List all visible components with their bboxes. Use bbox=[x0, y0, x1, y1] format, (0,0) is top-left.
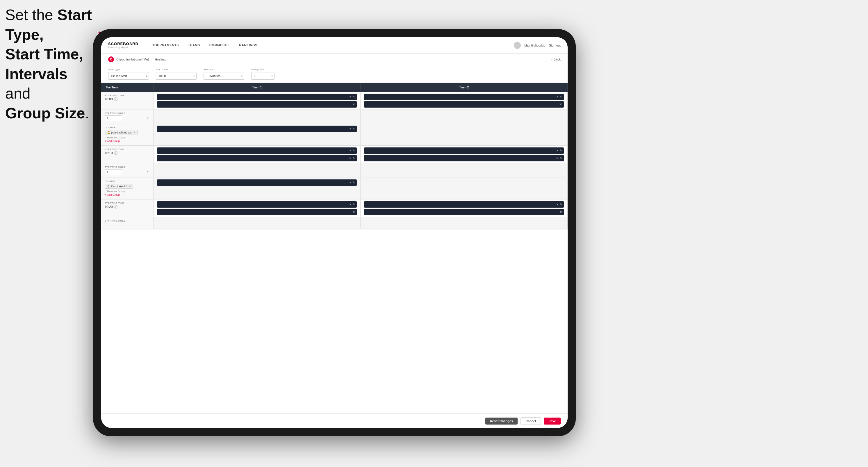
player-x-2-2[interactable]: ✕ bbox=[560, 103, 562, 106]
save-button[interactable]: Save bbox=[544, 417, 561, 425]
nav-rankings[interactable]: RANKINGS bbox=[235, 37, 262, 54]
course-name-1: (A) Peachtree GC bbox=[111, 131, 132, 134]
player-x-2-t1-1[interactable]: ✕ bbox=[349, 149, 351, 152]
team2-empty-hole-2 bbox=[361, 163, 568, 177]
course-tag-remove-2[interactable]: ✕ bbox=[128, 185, 131, 188]
player-edit-2-1[interactable]: ✎ bbox=[560, 95, 562, 98]
player-x-1-1[interactable]: ✕ bbox=[349, 95, 351, 98]
nav-committee[interactable]: COMMITTEE bbox=[205, 37, 235, 54]
player-x-2-t2-2[interactable]: ✕ bbox=[556, 157, 559, 160]
group-left-time-3: STARTING TIME: 10:20 i bbox=[101, 199, 154, 217]
player-x-3-t2-2[interactable]: ✕ bbox=[560, 211, 562, 213]
group-row-course-2: COURSE: 🏌 East Lake GC ✕ ○ Remove Group bbox=[101, 178, 568, 199]
player-x-course-2-1[interactable]: ✕ bbox=[349, 181, 351, 184]
player-row-2-t2-1: ✕ ✎ bbox=[364, 148, 564, 154]
add-group-label-1: Add Group bbox=[107, 139, 120, 143]
add-group-btn-1[interactable]: + Add Group bbox=[105, 139, 150, 143]
group-row-hole-1: STARTING HOLE: 1 10 bbox=[101, 110, 568, 124]
course-tag-inner-1: ⛳ (A) Peachtree GC ✕ bbox=[105, 130, 137, 135]
group-left-time-2: STARTING TIME: 10:10 i bbox=[101, 146, 154, 163]
annotation-text: Set the Start Type, Start Time, Interval… bbox=[5, 5, 92, 123]
group-row-time-3: STARTING TIME: 10:20 i ✕ ✎ ✕ bbox=[101, 199, 568, 217]
course-label-1: COURSE: bbox=[105, 126, 150, 129]
remove-group-btn-2[interactable]: ○ Remove Group bbox=[105, 190, 150, 193]
tournament-name[interactable]: Clippd Invitational (Me) bbox=[116, 58, 149, 61]
player-row-2-t2-2: ✕ ✎ bbox=[364, 155, 564, 161]
group-value-row-1: 10:00 i bbox=[105, 97, 150, 101]
starting-time-value-1: 10:00 bbox=[105, 97, 113, 101]
player-x-2-t2-1[interactable]: ✕ bbox=[556, 149, 559, 152]
course-tag-2: 🏌 East Lake GC ✕ bbox=[105, 183, 150, 189]
breadcrumb-bar: C Clippd Invitational (Me) › Hosting Bac… bbox=[101, 54, 568, 65]
back-link[interactable]: Back bbox=[551, 58, 561, 61]
intervals-group: Intervals 10 Minutes 8 Minutes 12 Minute… bbox=[204, 68, 244, 80]
logo-area: SCOREBOARD Powered by clipp'd bbox=[108, 42, 138, 49]
starting-hole-label-2: STARTING HOLE: bbox=[105, 166, 150, 168]
remove-group-label-1: Remove Group bbox=[107, 136, 125, 139]
intervals-label: Intervals bbox=[204, 68, 244, 71]
team2-empty-course-1 bbox=[361, 124, 568, 145]
nav-tournaments[interactable]: TOURNAMENTS bbox=[148, 37, 184, 54]
time-info-icon-2[interactable]: i bbox=[114, 151, 118, 155]
player-edit-2-t2-1[interactable]: ✎ bbox=[560, 149, 562, 152]
team1-cell-time-3: ✕ ✎ ✕ bbox=[154, 199, 361, 217]
cancel-button[interactable]: Cancel bbox=[521, 417, 541, 425]
annotation-bold-group-size: Group Size bbox=[5, 105, 85, 122]
player-edit-2-t2-2[interactable]: ✎ bbox=[560, 157, 562, 160]
player-edit-2-t1-2[interactable]: ✎ bbox=[353, 157, 355, 160]
breadcrumb-logo: C bbox=[108, 56, 114, 62]
player-x-2-t1-2[interactable]: ✕ bbox=[349, 157, 351, 160]
team2-cell-time-2: ✕ ✎ ✕ ✎ bbox=[361, 146, 568, 163]
start-type-select[interactable]: 1st Tee Start Shotgun Start bbox=[108, 72, 149, 80]
player-x-2-1[interactable]: ✕ bbox=[556, 95, 559, 98]
player-edit-3-t2-1[interactable]: ✎ bbox=[560, 203, 562, 206]
add-group-btn-2[interactable]: + Add Group bbox=[105, 193, 150, 196]
player-row-3-t1-1: ✕ ✎ bbox=[157, 201, 357, 208]
hole-select-1[interactable]: 1 10 bbox=[105, 116, 122, 121]
start-time-select[interactable]: 10:00 10:30 11:00 bbox=[156, 72, 196, 80]
player-row-course-1: ✕ ✎ bbox=[157, 126, 357, 132]
group-size-select[interactable]: 3 2 4 bbox=[251, 72, 275, 80]
reset-changes-button[interactable]: Reset Changes bbox=[485, 417, 518, 425]
player-row-3-t1-2: ✕ bbox=[157, 209, 357, 215]
controls-bar: Start Type 1st Tee Start Shotgun Start S… bbox=[101, 65, 568, 83]
starting-time-label-3: STARTING TIME: bbox=[105, 202, 150, 205]
remove-group-btn-1[interactable]: ○ Remove Group bbox=[105, 136, 150, 139]
player-row-1-2: ✕ bbox=[157, 101, 357, 107]
group-row-hole-3: STARTING HOLE: bbox=[101, 217, 568, 229]
group-section-3: STARTING TIME: 10:20 i ✕ ✎ ✕ bbox=[101, 199, 568, 229]
player-row-2-t1-1: ✕ ✎ bbox=[157, 148, 357, 154]
intervals-select[interactable]: 10 Minutes 8 Minutes 12 Minutes bbox=[204, 72, 244, 80]
course-icon-2: 🏌 bbox=[107, 185, 110, 188]
team2-empty-hole-3 bbox=[361, 217, 568, 228]
team2-cell-time-3: ✕ ✎ ✕ bbox=[361, 199, 568, 217]
hosting-status: Hosting bbox=[155, 58, 165, 61]
player-x-course-1[interactable]: ✕ bbox=[349, 127, 351, 130]
team2-cell-time-1: ✕ ✎ ✕ bbox=[361, 92, 568, 109]
time-info-icon-1[interactable]: i bbox=[114, 97, 118, 101]
user-email: blair@clippd.io bbox=[524, 43, 545, 47]
player-edit-course-2-1[interactable]: ✎ bbox=[353, 181, 355, 184]
nav-teams[interactable]: TEAMS bbox=[184, 37, 205, 54]
tablet-screen: SCOREBOARD Powered by clipp'd TOURNAMENT… bbox=[101, 37, 568, 428]
group-left-hole-3: STARTING HOLE: bbox=[101, 217, 154, 228]
player-edit-1-1[interactable]: ✎ bbox=[353, 95, 355, 98]
add-group-label-2: Add Group bbox=[107, 193, 120, 196]
player-x-3-t1-2[interactable]: ✕ bbox=[353, 211, 355, 213]
player-x-3-t2-1[interactable]: ✕ bbox=[556, 203, 559, 206]
player-edit-2-t1-1[interactable]: ✎ bbox=[353, 149, 355, 152]
player-x-3-t1-1[interactable]: ✕ bbox=[349, 203, 351, 206]
player-x-1-2[interactable]: ✕ bbox=[353, 103, 355, 106]
group-value-row-2: 10:10 i bbox=[105, 151, 150, 155]
player-edit-course-1[interactable]: ✎ bbox=[353, 127, 355, 130]
group-left-course-2: COURSE: 🏌 East Lake GC ✕ ○ Remove Group bbox=[101, 178, 154, 199]
group-left-course-1: COURSE: ⛳ (A) Peachtree GC ✕ ○ Remove Gr… bbox=[101, 124, 154, 145]
logo-subtitle: Powered by clipp'd bbox=[108, 46, 138, 49]
team1-empty-hole-1 bbox=[154, 110, 361, 124]
group-row-time-2: STARTING TIME: 10:10 i ✕ ✎ ✕ bbox=[101, 146, 568, 163]
time-info-icon-3[interactable]: i bbox=[114, 205, 118, 209]
course-tag-remove-1[interactable]: ✕ bbox=[133, 131, 135, 134]
hole-select-2[interactable]: 1 10 bbox=[105, 169, 122, 175]
player-edit-3-t1-1[interactable]: ✎ bbox=[353, 203, 355, 206]
sign-out-link[interactable]: Sign out bbox=[549, 43, 561, 47]
